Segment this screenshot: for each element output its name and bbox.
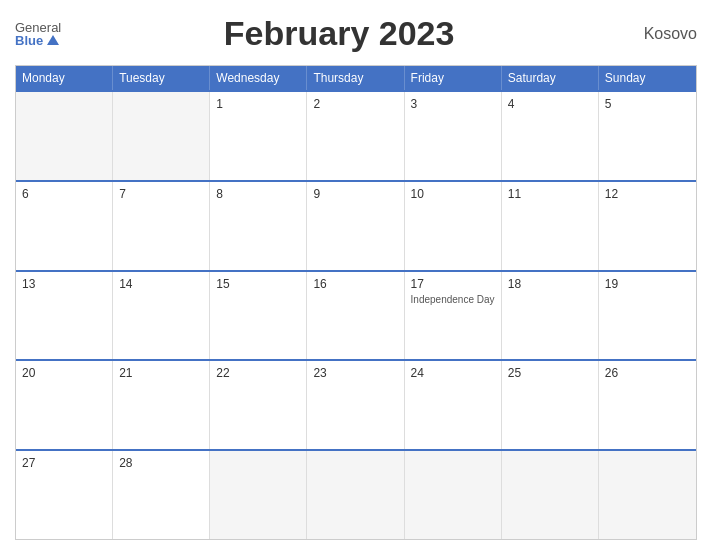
day-cell: 14 — [113, 272, 210, 360]
day-number: 20 — [22, 366, 106, 380]
day-number: 7 — [119, 187, 203, 201]
day-number: 16 — [313, 277, 397, 291]
day-number: 21 — [119, 366, 203, 380]
day-cell: 25 — [502, 361, 599, 449]
day-number: 26 — [605, 366, 690, 380]
logo-general-text: General — [15, 21, 61, 34]
day-cell — [113, 92, 210, 180]
day-cell: 28 — [113, 451, 210, 539]
logo-blue-text: Blue — [15, 34, 43, 47]
day-cell: 6 — [16, 182, 113, 270]
day-cell: 27 — [16, 451, 113, 539]
day-header-wednesday: Wednesday — [210, 66, 307, 90]
day-cell: 12 — [599, 182, 696, 270]
day-cell: 24 — [405, 361, 502, 449]
country-label: Kosovo — [617, 25, 697, 43]
day-cell: 9 — [307, 182, 404, 270]
day-cell: 18 — [502, 272, 599, 360]
day-number: 11 — [508, 187, 592, 201]
day-cell: 4 — [502, 92, 599, 180]
day-cell: 10 — [405, 182, 502, 270]
day-header-sunday: Sunday — [599, 66, 696, 90]
day-number: 6 — [22, 187, 106, 201]
day-number: 5 — [605, 97, 690, 111]
day-cell — [307, 451, 404, 539]
day-cell — [16, 92, 113, 180]
calendar-header: General Blue February 2023 Kosovo — [15, 10, 697, 57]
day-number: 18 — [508, 277, 592, 291]
day-number: 2 — [313, 97, 397, 111]
event-label: Independence Day — [411, 294, 495, 305]
week-row-2: 6789101112 — [16, 180, 696, 270]
day-cell: 7 — [113, 182, 210, 270]
day-cell: 19 — [599, 272, 696, 360]
day-cell — [502, 451, 599, 539]
day-cell: 2 — [307, 92, 404, 180]
logo: General Blue — [15, 21, 61, 47]
day-header-friday: Friday — [405, 66, 502, 90]
day-cell: 21 — [113, 361, 210, 449]
day-number: 15 — [216, 277, 300, 291]
day-number: 8 — [216, 187, 300, 201]
calendar-container: General Blue February 2023 Kosovo Monday… — [0, 0, 712, 550]
day-header-tuesday: Tuesday — [113, 66, 210, 90]
day-number: 3 — [411, 97, 495, 111]
day-number: 1 — [216, 97, 300, 111]
day-cell: 13 — [16, 272, 113, 360]
day-cell: 8 — [210, 182, 307, 270]
day-cell: 20 — [16, 361, 113, 449]
day-cell: 22 — [210, 361, 307, 449]
day-cell: 3 — [405, 92, 502, 180]
day-cell: 17Independence Day — [405, 272, 502, 360]
day-cell: 15 — [210, 272, 307, 360]
day-number: 28 — [119, 456, 203, 470]
weeks-container: 1234567891011121314151617Independence Da… — [16, 90, 696, 539]
day-cell: 26 — [599, 361, 696, 449]
week-row-4: 20212223242526 — [16, 359, 696, 449]
day-number: 23 — [313, 366, 397, 380]
day-cell: 1 — [210, 92, 307, 180]
week-row-1: 12345 — [16, 90, 696, 180]
day-number: 14 — [119, 277, 203, 291]
day-header-monday: Monday — [16, 66, 113, 90]
day-number: 17 — [411, 277, 495, 291]
day-cell: 5 — [599, 92, 696, 180]
day-cell — [405, 451, 502, 539]
day-number: 12 — [605, 187, 690, 201]
calendar-title: February 2023 — [61, 14, 617, 53]
calendar-grid: MondayTuesdayWednesdayThursdayFridaySatu… — [15, 65, 697, 540]
week-row-3: 1314151617Independence Day1819 — [16, 270, 696, 360]
day-number: 24 — [411, 366, 495, 380]
day-cell: 11 — [502, 182, 599, 270]
day-cell — [599, 451, 696, 539]
day-header-thursday: Thursday — [307, 66, 404, 90]
day-number: 25 — [508, 366, 592, 380]
day-number: 19 — [605, 277, 690, 291]
day-number: 27 — [22, 456, 106, 470]
day-number: 4 — [508, 97, 592, 111]
day-cell: 16 — [307, 272, 404, 360]
day-cell: 23 — [307, 361, 404, 449]
day-header-saturday: Saturday — [502, 66, 599, 90]
day-number: 13 — [22, 277, 106, 291]
logo-triangle-icon — [47, 35, 59, 45]
day-headers-row: MondayTuesdayWednesdayThursdayFridaySatu… — [16, 66, 696, 90]
day-number: 22 — [216, 366, 300, 380]
day-number: 9 — [313, 187, 397, 201]
day-number: 10 — [411, 187, 495, 201]
week-row-5: 2728 — [16, 449, 696, 539]
day-cell — [210, 451, 307, 539]
